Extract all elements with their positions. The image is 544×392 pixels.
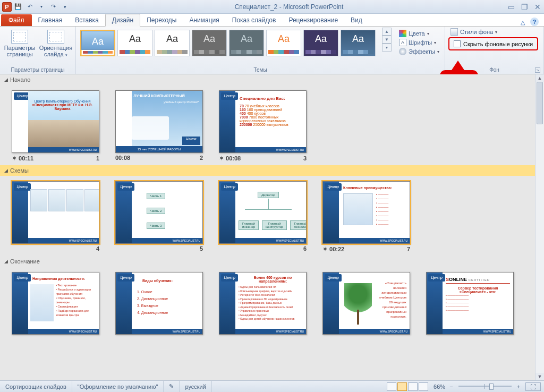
slide-thumbnail[interactable]: Центр Директор Главный инженер Главный к… (219, 181, 307, 253)
theme-thumb-current[interactable]: Aa (80, 30, 115, 56)
orientation-icon (47, 30, 64, 44)
powerpoint-icon[interactable]: P (2, 2, 12, 12)
slide-thumbnail[interactable]: Центр WWW.SPECIALIST.RU 4 (12, 181, 99, 253)
theme-thumb[interactable]: Aa (266, 30, 301, 56)
view-buttons (384, 382, 431, 391)
hide-bg-checkbox[interactable]: Скрыть фоновые рисунки (450, 39, 536, 48)
scroll-up-icon[interactable]: ▲ (536, 74, 544, 82)
normal-view-icon[interactable] (387, 382, 396, 391)
slide-thumbnail[interactable]: Центр SONLINE CERTIFIED Сервер тестирова… (426, 272, 514, 335)
group-themes: Aa Aa Aa Aa Aa Aa Aa Aa ▲ ▼ ▾ Цвета▾ AШр… (76, 27, 445, 74)
group-page-setup: Параметры страницы Ориентация слайда ▾ П… (0, 27, 76, 74)
zoom-slider[interactable] (458, 386, 512, 387)
ribbon-collapse-icon[interactable]: △ (521, 19, 525, 26)
save-icon[interactable]: 💾 (13, 2, 23, 12)
tab-design[interactable]: Дизайн (105, 14, 140, 27)
effects-icon (399, 48, 406, 55)
theme-thumb[interactable]: Aa (117, 30, 152, 56)
vertical-scrollbar[interactable]: ▲ ▼ (535, 74, 544, 380)
status-language[interactable]: русский (180, 381, 211, 392)
slide-thumbnail[interactable]: Центр Специально для Вас: 70 70 учебных … (219, 90, 307, 162)
status-spellcheck[interactable]: ✎ (164, 381, 180, 392)
animation-star-icon: ✶ (322, 245, 328, 253)
zoom-label[interactable]: 66% (431, 384, 447, 390)
themes-gallery-scroll[interactable]: ▲ ▼ ▾ (382, 28, 392, 52)
animation-star-icon: ✶ (219, 155, 224, 162)
tab-insert[interactable]: Вставка (69, 14, 105, 26)
slide-thumbnail[interactable]: Центр Ключевые преимущества: • ————• ———… (322, 181, 410, 253)
bg-styles-dropdown[interactable]: Стили фона▾ (448, 28, 499, 36)
help-icon[interactable]: ? (530, 18, 539, 26)
slide-thumbnail[interactable]: Центр Часть 1 Часть 2 Часть 3 WWW.SPECIA… (115, 181, 203, 253)
zoom-in-icon[interactable]: + (515, 384, 522, 390)
theme-thumb[interactable]: Aa (155, 30, 190, 56)
theme-thumb[interactable]: Aa (341, 30, 376, 56)
section-header[interactable]: ◢Начало (0, 74, 535, 85)
slide-thumbnail[interactable]: Центр Виды обучения: 1. Очное 2. Дистанц… (115, 272, 203, 335)
status-view[interactable]: Сортировщик слайдов (0, 381, 72, 392)
theme-thumb[interactable]: Aa (192, 30, 227, 56)
statusbar: Сортировщик слайдов "Оформление по умолч… (0, 380, 544, 392)
close-icon[interactable]: ✕ (534, 3, 541, 11)
slide-orientation-button[interactable]: Ориентация слайда ▾ (39, 28, 72, 58)
window-controls: ▭ ❐ ✕ (508, 3, 544, 11)
slide-thumbnail[interactable]: Центр «Специалист» является авторизованн… (322, 272, 410, 335)
restore-icon[interactable]: ❐ (521, 3, 528, 11)
gallery-more-icon[interactable]: ▾ (382, 44, 392, 52)
slide-sorter[interactable]: ◢Начало Центр Центр Компьютерного Обучен… (0, 74, 535, 380)
fonts-icon: A (399, 39, 406, 46)
tab-animation[interactable]: Анимация (183, 14, 225, 26)
dialog-launcher-icon[interactable]: ↘ (535, 67, 540, 73)
theme-thumb[interactable]: Aa (229, 30, 264, 56)
scroll-down-icon[interactable]: ▼ (536, 373, 544, 380)
spellcheck-icon: ✎ (169, 383, 174, 390)
tab-slideshow[interactable]: Показ слайдов (226, 14, 283, 26)
minimize-icon[interactable]: ▭ (508, 3, 515, 11)
reading-view-icon[interactable] (408, 382, 418, 391)
workspace: ◢Начало Центр Центр Компьютерного Обучен… (0, 74, 544, 380)
sorter-view-icon[interactable] (397, 382, 407, 391)
undo-dropdown-icon[interactable]: ▾ (36, 2, 47, 12)
tab-review[interactable]: Рецензирование (282, 14, 344, 26)
scroll-thumb[interactable] (537, 82, 543, 124)
tab-home[interactable]: Главная (32, 14, 69, 26)
animation-star-icon: ✶ (12, 155, 17, 162)
slideshow-view-icon[interactable] (419, 382, 428, 391)
gallery-down-icon[interactable]: ▼ (382, 36, 392, 44)
quick-access-toolbar: P 💾 ↶ ▾ ↷ ▾ (0, 2, 70, 12)
status-template[interactable]: "Оформление по умолчанию" (72, 381, 164, 392)
hide-bg-checkbox-highlight: Скрыть фоновые рисунки (448, 37, 538, 50)
bg-styles-icon (450, 28, 458, 36)
section-header[interactable]: ◢Окончание (0, 256, 535, 267)
slide-thumbnail[interactable]: Центр Центр Компьютерного Обучения «Спец… (12, 90, 99, 162)
page-setup-icon (11, 30, 28, 44)
fit-window-icon[interactable]: ⛶ (525, 382, 541, 391)
slide-thumbnail[interactable]: ЛУЧШИЙ КОМПЬЮТЕРНЫЙ учебный центр России… (115, 90, 203, 162)
colors-icon (399, 30, 406, 37)
zoom-out-icon[interactable]: − (447, 384, 455, 390)
theme-variants: Цвета▾ AШрифты▾ Эффекты▾ (397, 28, 441, 56)
themes-gallery[interactable]: Aa Aa Aa Aa Aa Aa Aa Aa (79, 28, 379, 58)
slide-thumbnail[interactable]: Центр Более 400 курсов по направлениям: … (219, 272, 307, 335)
undo-icon[interactable]: ↶ (24, 2, 35, 12)
slide-thumbnail[interactable]: Центр Направления деятельности: • Тестир… (12, 272, 99, 335)
theme-thumb[interactable]: Aa (303, 30, 338, 56)
file-tab[interactable]: Файл (1, 14, 32, 26)
page-setup-button[interactable]: Параметры страницы (3, 28, 36, 57)
gallery-up-icon[interactable]: ▲ (382, 28, 392, 36)
checkbox-icon (454, 40, 461, 47)
ribbon-tabs: Файл Главная Вставка Дизайн Переходы Ани… (0, 14, 544, 27)
window-title: Специалист_2 - Microsoft PowerPoint (70, 3, 508, 11)
tab-transitions[interactable]: Переходы (140, 14, 183, 26)
section-header[interactable]: ◢Схемы (0, 165, 535, 176)
titlebar: P 💾 ↶ ▾ ↷ ▾ Специалист_2 - Microsoft Pow… (0, 0, 544, 14)
redo-icon[interactable]: ↷ (48, 2, 58, 12)
fonts-dropdown[interactable]: AШрифты▾ (397, 38, 441, 47)
tab-view[interactable]: Вид (344, 14, 369, 26)
effects-dropdown[interactable]: Эффекты▾ (397, 47, 441, 56)
colors-dropdown[interactable]: Цвета▾ (397, 29, 441, 38)
qat-menu-icon[interactable]: ▾ (60, 2, 70, 12)
